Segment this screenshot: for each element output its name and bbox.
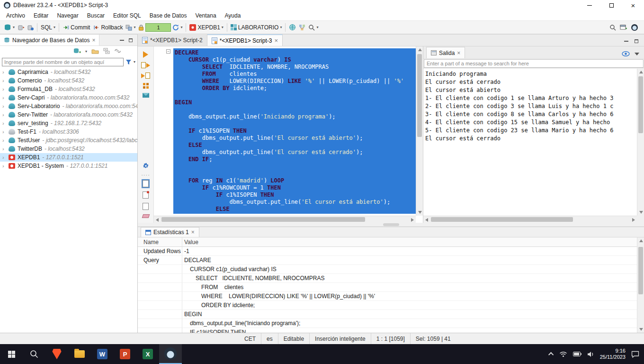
battery-icon[interactable] [573,352,581,356]
tree-item[interactable]: › Serv-Laboratorio laboratoriorafa.mooo.… [0,102,137,110]
output-vertical-scrollbar[interactable] [637,69,644,216]
navigator-filter-input[interactable] [2,58,124,66]
auto-commit-button[interactable] [26,23,35,32]
editor-tab[interactable]: *<XEPDB1> Script-3 × [207,34,283,46]
scrollbar-thumb[interactable] [638,76,643,133]
navigator-tab[interactable]: Navegador de Bases de Datos × [0,35,99,46]
tree-item[interactable]: › Formula1_DB localhost:5432 [0,85,137,93]
dbeaver-taskbar-button[interactable] [159,344,182,364]
scrollbar-thumb[interactable] [638,247,643,294]
scroll-up-arrow[interactable] [639,239,643,242]
taskbar-clock[interactable]: 9:16 25/11/2023 [600,348,626,360]
file-explorer-button[interactable] [68,344,91,364]
statistics-tab[interactable]: Estadísticas 1 × [141,227,199,237]
powerpoint-button[interactable]: P [114,344,136,364]
tray-expand-icon[interactable] [548,352,554,357]
expander-icon[interactable]: › [2,155,7,160]
new-connection-button[interactable]: ▾ [2,23,16,32]
more-actions-icon[interactable]: ···· [141,174,150,176]
document-icon[interactable] [143,203,149,210]
taskbar-search-button[interactable] [23,344,45,364]
commit-button[interactable]: Commit [61,23,91,32]
tree-item[interactable]: › TwitterDB localhost:5432 [0,145,137,153]
refresh-button[interactable]: ▾ [171,23,184,32]
transaction-counter[interactable]: 1 [145,23,171,32]
tree-item[interactable]: › Comercio localhost:5432 [0,76,137,85]
settings-gear-icon[interactable] [142,162,150,170]
filter-funnel-icon[interactable] [125,59,132,65]
commit-mode-button[interactable] [16,23,26,32]
chevron-down-icon[interactable] [635,53,639,55]
table-row[interactable]: ORDER BY idcliente; [138,301,637,310]
network-wifi-icon[interactable] [559,351,567,357]
menu-item[interactable]: Ayuda [221,11,245,20]
editor-horizontal-scrollbar[interactable] [154,216,416,223]
expander-icon[interactable]: › [2,78,7,83]
sash-grip[interactable] [383,223,399,226]
explain-plan-icon[interactable] [143,83,149,89]
expander-icon[interactable]: › [2,120,7,126]
tree-item[interactable]: › TestUser jdbc:postgresql://localhost:5… [0,136,137,145]
expander-icon[interactable]: › [2,103,7,109]
scroll-up-arrow[interactable] [639,71,643,73]
table-row[interactable]: IF c1%ISOPEN THEN [138,328,637,333]
new-connection-small-button[interactable] [73,48,81,55]
start-button[interactable] [0,344,23,364]
execute-script-icon[interactable] [141,62,150,68]
table-row[interactable]: CURSOR c1(p_ciudad varchar) IS [138,265,637,274]
connection-selector[interactable]: XEPDB1 ▾ [188,23,224,32]
plan-button[interactable] [297,23,307,32]
expander-icon[interactable]: › [2,137,7,143]
scroll-down-arrow[interactable] [418,211,422,214]
statistics-vertical-scrollbar[interactable] [637,237,644,333]
scroll-right-arrow[interactable] [411,218,414,222]
action-center-icon[interactable] [631,351,639,358]
tree-item[interactable]: › XEPDB1 127.0.0.1:1521 [0,153,137,162]
expander-icon[interactable]: › [2,112,7,118]
table-row[interactable]: Updated Rows -1 [138,247,637,256]
table-row[interactable]: SELECT IDCLIENTE, NOMBRE, NROCOMPRAS [138,274,637,283]
clear-icon[interactable] [142,214,150,218]
minimize-button[interactable] [579,0,600,10]
output-horizontal-scrollbar[interactable] [423,216,637,223]
toolbar-search-button[interactable]: ▾ [307,23,320,32]
lock-button[interactable] [137,23,145,32]
tree-item[interactable]: › serv_testing 192.168.1.72:5432 [0,119,137,127]
execute-statement-icon[interactable] [143,51,148,58]
scroll-down-arrow[interactable] [639,328,643,331]
table-row[interactable]: Query DECLARE [138,256,637,265]
execute-new-tab-icon[interactable] [141,73,150,79]
tree-item[interactable]: › XEPDB1 - System 127.0.0.1:1521 [0,162,137,170]
network-button[interactable] [287,23,297,32]
scroll-left-arrow[interactable] [425,218,428,222]
expander-icon[interactable]: › [2,86,7,92]
scrollbar-thumb[interactable] [417,54,422,137]
menu-item[interactable]: Navegar [53,11,82,20]
collapse-all-button[interactable] [103,48,110,55]
fold-collapse-icon[interactable]: − [166,49,170,54]
close-button[interactable]: × [622,0,644,10]
unsaved-document-icon[interactable] [143,191,149,199]
close-icon[interactable]: × [92,37,95,44]
link-editor-button[interactable] [114,48,121,55]
volume-icon[interactable] [587,351,594,357]
menu-item[interactable]: Editor SQL [109,11,145,20]
minimize-panel-icon[interactable] [120,40,124,41]
table-row[interactable]: WHERE LOWER(DIRECCION) LIKE '%' || LOWER… [138,292,637,301]
close-icon[interactable]: × [274,37,278,44]
dbeaver-perspective-icon[interactable] [631,24,638,31]
code-editor-selection[interactable]: DECLARE CURSOR c1(p_ciudad varchar) IS S… [173,48,416,214]
sql-menu-button[interactable]: SQL ▾ [39,23,57,32]
scrollbar-thumb[interactable] [431,217,573,222]
table-row[interactable]: FROM clientes [138,283,637,292]
new-folder-button[interactable] [91,48,99,55]
editor-tab[interactable]: *<XEPDB1> Script-2 × [138,34,207,46]
quick-search-icon[interactable] [609,24,616,31]
scroll-up-arrow[interactable] [418,48,422,51]
eye-icon[interactable] [622,51,630,56]
transaction-mode-button[interactable]: ▾ [124,23,137,32]
open-perspective-icon[interactable] [620,24,627,31]
expander-icon[interactable]: › [2,129,7,135]
menu-item[interactable]: Ventana [191,11,221,20]
tree-item[interactable]: › Serv-Capri laboratoriorafa.mooo.com:54… [0,93,137,102]
